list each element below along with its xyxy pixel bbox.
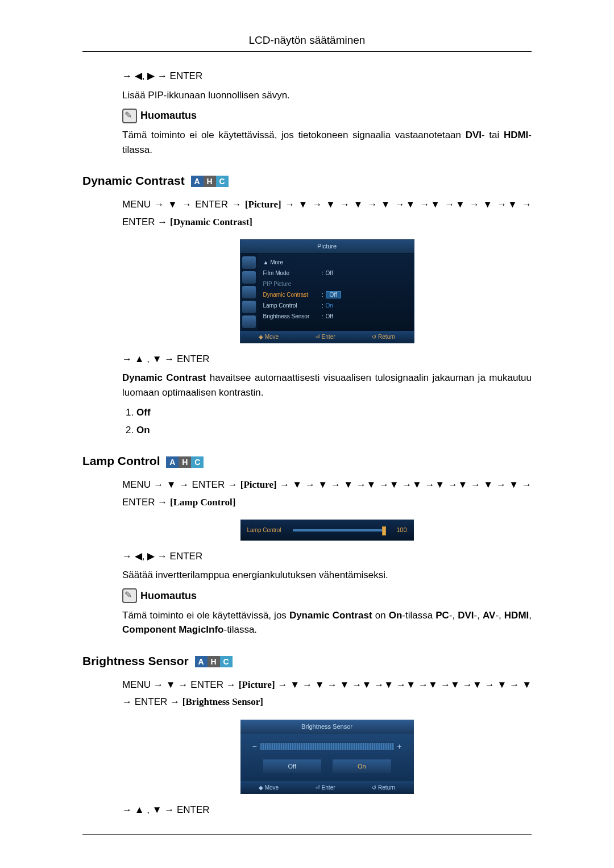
note-mid: - tai [482, 130, 504, 140]
osd-side-icon [242, 301, 256, 313]
path-pre: MENU → ▼ → ENTER → [122, 199, 245, 210]
badge-a-icon: A [191, 176, 204, 187]
section-title-text: Dynamic Contrast [82, 174, 185, 187]
osd-row-val: Off [326, 290, 408, 299]
badge-h-icon: H [208, 656, 220, 667]
dc-option-on: On [136, 423, 532, 438]
lc-note-mid1: on [372, 610, 389, 621]
lc-note-av: AV [483, 610, 495, 621]
badge-a-icon: A [166, 456, 179, 468]
osd-row-label: Lamp Control [263, 301, 320, 310]
osd-side-icon [242, 315, 256, 328]
path-picture: [Picture] [239, 679, 275, 690]
menu-path-lc: MENU → ▼ → ENTER → [Picture] → ▼ → ▼ → ▼… [122, 476, 532, 511]
osd-row-val: Off [326, 269, 408, 277]
osd-bs-on: On [333, 759, 391, 774]
section-title-text: Brightness Sensor [82, 654, 189, 667]
page-header: LCD-näytön säätäminen [0, 34, 614, 47]
osd-bs-plus-icon: + [395, 741, 405, 753]
osd-picture-menu: Picture ▲ More Film Mode:Off PIP Picture… [240, 239, 414, 343]
lc-note-hdmi: HDMI [504, 610, 529, 621]
osd-row-label: Film Mode [263, 269, 320, 277]
osd-bs-track [260, 742, 395, 750]
osd-lamp-label: Lamp Control [247, 526, 287, 534]
dc-option-off: Off [136, 405, 532, 420]
osd-foot-enter: ⏎ Enter [316, 783, 335, 792]
osd-row-label: Dynamic Contrast [263, 290, 320, 299]
path-pre: MENU → ▼ → ENTER → [122, 479, 240, 490]
badge-c-icon: C [216, 176, 229, 187]
path-pre: MENU → ▼ → ENTER → [122, 679, 239, 690]
path-picture: [Picture] [240, 479, 277, 490]
note-icon [122, 109, 137, 123]
header-divider [82, 51, 532, 52]
dc-description: Dynamic Contrast havaitsee automaattises… [122, 371, 532, 400]
lc-note-dc: Dynamic Contrast [289, 610, 372, 621]
osd-foot-move: ◆ Move [259, 333, 279, 341]
dc-options-list: Off On [136, 405, 532, 437]
note-text-pre: Tämä toiminto ei ole käytettävissä, jos … [122, 130, 466, 140]
lc-note-on: On [389, 610, 403, 621]
osd-foot-return: ↺ Return [372, 333, 395, 341]
lc-note-comp: Component MagicInfo [122, 624, 223, 635]
lc-description: Säätää invertterilamppua energiankulutuk… [122, 568, 532, 583]
path-label: [Brightness Sensor] [182, 696, 263, 707]
osd-lamp-slider: Lamp Control 100 [240, 520, 414, 541]
path-label: [Lamp Control] [170, 497, 235, 508]
osd-brightness-sensor: Brightness Sensor − + Off On ◆ Move ⏎ En… [240, 720, 414, 794]
menu-path-dc: MENU → ▼ → ENTER → [Picture] → ▼ → ▼ → ▼… [122, 196, 532, 231]
osd-side-icon [242, 286, 256, 298]
lc-note-mid2: -tilassa [402, 610, 435, 621]
section-brightness-sensor: Brightness Sensor A H C [82, 654, 614, 668]
dc-desc-bold: Dynamic Contrast [122, 372, 206, 383]
badge-c-icon: C [191, 456, 204, 468]
note-text: Tämä toiminto ei ole käytettävissä, jos … [122, 128, 532, 157]
path-label: [Dynamic Contrast] [170, 217, 252, 227]
lc-note-dvi: DVI [458, 610, 474, 621]
note-label: Huomautus [140, 588, 197, 604]
lc-note-pre: Tämä toiminto ei ole käytettävissä, jos [122, 610, 289, 621]
badge-c-icon: C [220, 656, 233, 667]
intro-description: Lisää PIP-ikkunaan luonnollisen sävyn. [122, 88, 532, 103]
osd-side-icon [242, 256, 256, 269]
badge-h-icon: H [179, 456, 191, 468]
note-hdmi: HDMI [504, 130, 528, 140]
osd-foot-enter: ⏎ Enter [316, 333, 335, 341]
osd-row-label: Brightness Sensor [263, 312, 320, 321]
osd-lamp-track [293, 529, 384, 531]
badge-a-icon: A [195, 656, 208, 667]
nav-arrows: → ▲ , ▼ → ENTER [122, 352, 532, 367]
osd-row-val: On [326, 301, 408, 310]
note-label: Huomautus [140, 108, 197, 123]
lc-note-suffix: -tilassa. [223, 624, 257, 635]
lc-note-pc: PC [435, 610, 449, 621]
osd-more: ▲ More [263, 258, 320, 267]
section-dynamic-contrast: Dynamic Contrast A H C [82, 174, 614, 188]
lc-note-text: Tämä toiminto ei ole käytettävissä, jos … [122, 608, 532, 637]
path-picture: [Picture] [245, 199, 281, 210]
osd-lamp-handle [382, 526, 386, 535]
footer-divider [82, 834, 532, 835]
osd-row-label: PIP Picture [263, 280, 320, 288]
osd-title: Picture [240, 240, 414, 254]
section-lamp-control: Lamp Control A H C [82, 454, 614, 468]
osd-foot-move: ◆ Move [259, 783, 279, 792]
osd-row-val: Off [326, 312, 408, 321]
nav-arrows: → ◀, ▶ → ENTER [122, 549, 532, 564]
note-dvi: DVI [466, 130, 482, 140]
osd-bs-off: Off [263, 759, 322, 774]
osd-lamp-value: 100 [390, 525, 407, 535]
menu-path-bs: MENU → ▼ → ENTER → [Picture] → ▼ → ▼ → ▼… [122, 676, 532, 711]
osd-side-icons [240, 254, 258, 331]
nav-arrows: → ▲ , ▼ → ENTER [122, 803, 532, 817]
nav-arrows: → ◀, ▶ → ENTER [122, 69, 532, 84]
badge-h-icon: H [204, 176, 216, 187]
osd-bs-title: Brightness Sensor [240, 720, 414, 734]
osd-side-icon [242, 271, 256, 284]
osd-foot-return: ↺ Return [372, 783, 395, 792]
osd-bs-minus-icon: − [250, 741, 260, 753]
note-icon [122, 588, 137, 603]
section-title-text: Lamp Control [82, 454, 160, 467]
